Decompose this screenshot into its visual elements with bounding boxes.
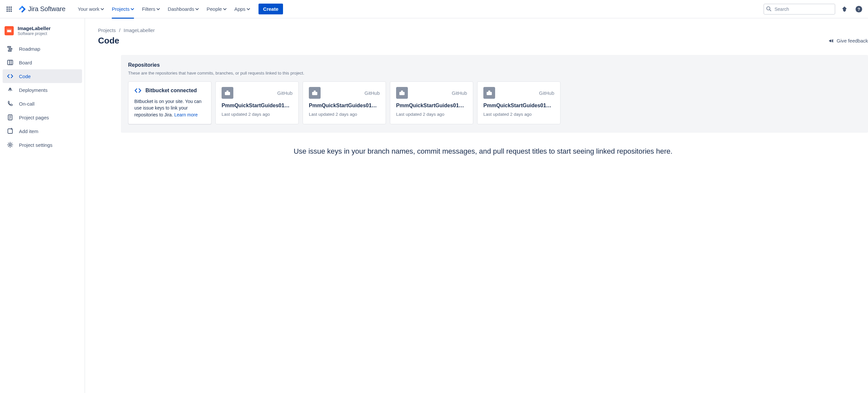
sidebar-item-board[interactable]: Board [3,56,82,69]
add-item-icon [6,127,14,135]
svg-rect-20 [312,92,317,95]
chevron-down-icon [223,7,226,11]
repo-updated: Last updated 2 days ago [222,112,292,117]
settings-icon [6,141,14,148]
svg-rect-5 [7,30,11,32]
repo-card[interactable]: GitHub PmmQuickStartGuides01… Last updat… [303,82,386,124]
create-button[interactable]: Create [258,4,283,14]
jira-logo-icon [18,5,26,13]
repo-provider: GitHub [277,90,292,96]
sidebar-item-label: Add item [19,128,38,134]
sidebar-item-label: Deployments [19,87,48,93]
sidebar-item-label: Board [19,60,32,65]
project-type: Software project [18,31,51,36]
sidebar-item-deployments[interactable]: Deployments [3,83,82,97]
connected-card-title: Bitbucket connected [146,88,197,93]
svg-rect-25 [488,91,490,92]
chevron-down-icon [157,7,160,11]
page-title: Code [98,36,119,46]
give-feedback-label: Give feedback [837,38,868,43]
repo-name: PmmQuickStartGuides01… [222,103,292,109]
svg-rect-18 [225,92,230,95]
nav-dashboards[interactable]: Dashboards [164,4,202,14]
nav-apps[interactable]: Apps [231,4,253,14]
help-icon: ? [855,5,863,13]
svg-rect-24 [487,92,492,95]
svg-text:?: ? [858,6,860,11]
repo-card[interactable]: GitHub PmmQuickStartGuides01… Last updat… [390,82,473,124]
nav-label: Projects [112,6,129,12]
help-button[interactable]: ? [854,4,864,14]
chevron-down-icon [247,7,250,11]
breadcrumb: Projects / ImageLabeller [98,27,868,33]
sidebar-item-project-pages[interactable]: Project pages [3,111,82,124]
breadcrumb-project-name[interactable]: ImageLabeller [124,27,155,33]
repo-provider: GitHub [452,90,467,96]
app-switcher-icon [6,6,12,12]
notifications-button[interactable] [839,4,850,14]
repositories-panel: Repositories These are the repositories … [121,55,868,133]
nav-projects[interactable]: Projects [108,4,137,14]
toolbox-icon [396,87,408,99]
sidebar-item-label: Project pages [19,115,49,120]
nav-filters[interactable]: Filters [138,4,163,14]
search-icon [766,6,771,12]
nav-label: People [207,6,222,12]
megaphone-icon [828,38,834,44]
product-logo[interactable]: Jira Software [16,5,68,13]
sidebar-item-roadmap[interactable]: Roadmap [3,42,82,56]
search-input[interactable] [764,4,835,15]
on-call-icon [6,100,14,107]
svg-rect-16 [8,129,12,133]
connected-card-body: Bitbucket is on your site. You can use i… [134,98,205,118]
sidebar-item-add-item[interactable]: Add item [3,124,82,138]
sidebar-item-label: On-call [19,101,35,107]
svg-point-17 [9,144,11,146]
learn-more-link[interactable]: Learn more [174,112,198,117]
repo-name: PmmQuickStartGuides01… [396,103,467,109]
repo-provider: GitHub [539,90,554,96]
project-header[interactable]: ImageLabeller Software project [3,24,82,42]
product-name: Jira Software [28,5,65,13]
repository-cards: Bitbucket connected Bitbucket is on your… [128,82,861,124]
sidebar-item-on-call[interactable]: On-call [3,97,82,111]
sidebar-item-project-settings[interactable]: Project settings [3,138,82,152]
deployments-icon [6,86,14,93]
toolbox-icon [309,87,320,99]
svg-rect-21 [314,91,316,92]
svg-rect-23 [401,91,403,92]
breadcrumb-separator: / [119,27,120,33]
nav-your-work[interactable]: Your work [74,4,107,14]
repo-card[interactable]: GitHub PmmQuickStartGuides01… Last updat… [477,82,560,124]
nav-people[interactable]: People [203,4,230,14]
sidebar-item-label: Code [19,73,31,79]
top-nav: Jira Software Your work Projects Filters [0,0,868,18]
chevron-down-icon [195,7,199,11]
toolbox-icon [222,87,233,99]
nav-label: Dashboards [168,6,194,12]
repo-updated: Last updated 2 days ago [396,112,467,117]
sidebar-item-code[interactable]: Code [3,69,82,83]
bell-icon [841,6,848,12]
code-icon [134,87,142,94]
project-pages-icon [6,114,14,121]
toolbox-icon [483,87,495,99]
breadcrumb-projects[interactable]: Projects [98,27,116,33]
project-sidebar: ImageLabeller Software project Roadmap B… [0,18,85,393]
bitbucket-connected-card[interactable]: Bitbucket connected Bitbucket is on your… [128,82,212,124]
sidebar-item-label: Project settings [19,142,53,148]
repo-card[interactable]: GitHub PmmQuickStartGuides01… Last updat… [215,82,299,124]
project-name: ImageLabeller [18,26,51,31]
svg-rect-8 [8,50,11,51]
nav-label: Apps [234,6,245,12]
repo-updated: Last updated 2 days ago [309,112,380,117]
repo-provider: GitHub [364,90,380,96]
code-icon [6,72,14,80]
primary-nav: Your work Projects Filters Dashboards [74,4,253,14]
give-feedback-button[interactable]: Give feedback [828,38,868,44]
chevron-down-icon [101,7,104,11]
app-switcher-button[interactable] [4,4,14,14]
global-search [764,4,835,15]
roadmap-icon [6,45,14,52]
repositories-description: These are the repositories that have com… [128,71,861,75]
